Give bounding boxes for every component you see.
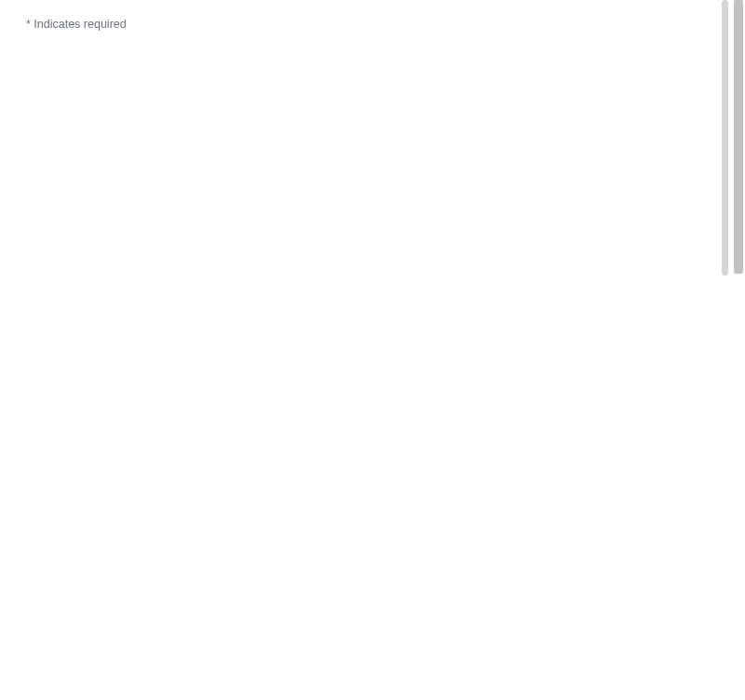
inner-scrollbar-thumb[interactable]: [722, 0, 728, 276]
outer-scrollbar-thumb[interactable]: [734, 0, 743, 274]
required-indicator-note: * Indicates required: [26, 18, 719, 31]
form-scroll-area[interactable]: * Indicates required Title* Employment t…: [0, 0, 745, 32]
